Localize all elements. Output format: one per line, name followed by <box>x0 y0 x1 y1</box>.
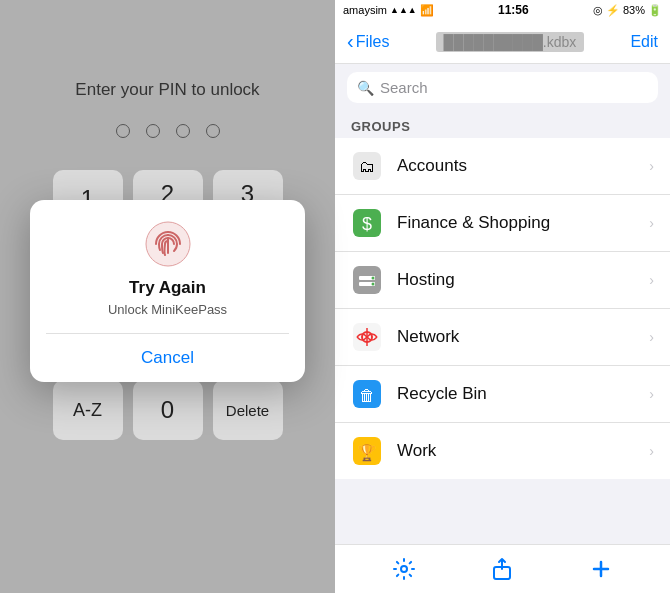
svg-point-9 <box>372 283 375 286</box>
chevron-icon: › <box>649 386 654 402</box>
chevron-icon: › <box>649 272 654 288</box>
group-item-work[interactable]: 🏆 Work › <box>335 423 670 479</box>
share-button[interactable] <box>482 549 522 589</box>
lock-title: Enter your PIN to unlock <box>75 80 259 100</box>
finance-icon: $ <box>351 207 383 239</box>
dialog-title: Try Again <box>129 278 206 298</box>
group-item-finance[interactable]: $ Finance & Shopping › <box>335 195 670 252</box>
group-label-network: Network <box>397 327 649 347</box>
edit-button[interactable]: Edit <box>630 33 658 51</box>
group-item-recycle[interactable]: 🗑 Recycle Bin › <box>335 366 670 423</box>
status-left: amaysim ▲▲▲ 📶 <box>343 4 434 17</box>
network-icon <box>351 321 383 353</box>
wifi-icon: 📶 <box>420 4 434 17</box>
group-label-work: Work <box>397 441 649 461</box>
svg-text:🗂: 🗂 <box>359 158 375 175</box>
nav-title: ██████████.kdbx <box>397 33 622 50</box>
work-icon: 🏆 <box>351 435 383 467</box>
search-container: 🔍 Search <box>335 64 670 111</box>
chevron-icon: › <box>649 443 654 459</box>
status-right: ◎ ⚡ 83% 🔋 <box>593 4 662 17</box>
svg-point-8 <box>372 277 375 280</box>
lock-screen: Enter your PIN to unlock 1 2 ABC 3 DEF 4… <box>0 0 335 593</box>
group-label-hosting: Hosting <box>397 270 649 290</box>
status-time: 11:56 <box>498 3 529 17</box>
location-icon: ◎ <box>593 4 603 17</box>
group-label-recycle: Recycle Bin <box>397 384 649 404</box>
group-item-accounts[interactable]: 🗂 Accounts › <box>335 138 670 195</box>
hosting-icon <box>351 264 383 296</box>
chevron-icon: › <box>649 215 654 231</box>
add-button[interactable] <box>581 549 621 589</box>
dialog-subtitle: Unlock MiniKeePass <box>108 302 227 317</box>
fingerprint-icon <box>144 220 192 268</box>
groups-list: 🗂 Accounts › $ Finance & Shopping › Host… <box>335 138 670 479</box>
battery-label: 83% <box>623 4 645 16</box>
group-label-finance: Finance & Shopping <box>397 213 649 233</box>
chevron-icon: › <box>649 329 654 345</box>
back-chevron-icon: ‹ <box>347 30 354 53</box>
status-bar: amaysim ▲▲▲ 📶 11:56 ◎ ⚡ 83% 🔋 <box>335 0 670 20</box>
nav-bar: ‹ Files ██████████.kdbx Edit <box>335 20 670 64</box>
pin-dot-2 <box>146 124 160 138</box>
group-label-accounts: Accounts <box>397 156 649 176</box>
keepass-panel: amaysim ▲▲▲ 📶 11:56 ◎ ⚡ 83% 🔋 ‹ Files ██… <box>335 0 670 593</box>
signal-icon: ▲▲▲ <box>390 5 417 15</box>
settings-button[interactable] <box>384 549 424 589</box>
settings-icon <box>392 557 416 581</box>
accounts-icon: 🗂 <box>351 150 383 182</box>
svg-text:$: $ <box>362 214 372 234</box>
svg-text:🗑: 🗑 <box>359 387 375 404</box>
bluetooth-icon: ⚡ <box>606 4 620 17</box>
key-az[interactable]: A-Z <box>53 380 123 440</box>
search-bar[interactable]: 🔍 Search <box>347 72 658 103</box>
search-input[interactable]: Search <box>380 79 648 96</box>
key-delete[interactable]: Delete <box>213 380 283 440</box>
group-item-network[interactable]: Network › <box>335 309 670 366</box>
pin-dot-4 <box>206 124 220 138</box>
back-label: Files <box>356 33 390 51</box>
bottom-toolbar <box>335 544 670 593</box>
search-icon: 🔍 <box>357 80 374 96</box>
add-icon <box>589 557 613 581</box>
chevron-icon: › <box>649 158 654 174</box>
pin-dots <box>116 124 220 138</box>
back-button[interactable]: ‹ Files <box>347 30 389 53</box>
svg-point-17 <box>401 566 407 572</box>
group-item-hosting[interactable]: Hosting › <box>335 252 670 309</box>
svg-text:🏆: 🏆 <box>357 443 377 462</box>
recycle-icon: 🗑 <box>351 378 383 410</box>
share-icon <box>490 557 514 581</box>
battery-icon: 🔋 <box>648 4 662 17</box>
carrier-label: amaysim <box>343 4 387 16</box>
key-0[interactable]: 0 <box>133 380 203 440</box>
groups-header: Groups <box>335 111 670 138</box>
pin-dot-3 <box>176 124 190 138</box>
pin-dot-1 <box>116 124 130 138</box>
dialog-cancel-button[interactable]: Cancel <box>46 334 289 382</box>
try-again-dialog: Try Again Unlock MiniKeePass Cancel <box>30 200 305 382</box>
